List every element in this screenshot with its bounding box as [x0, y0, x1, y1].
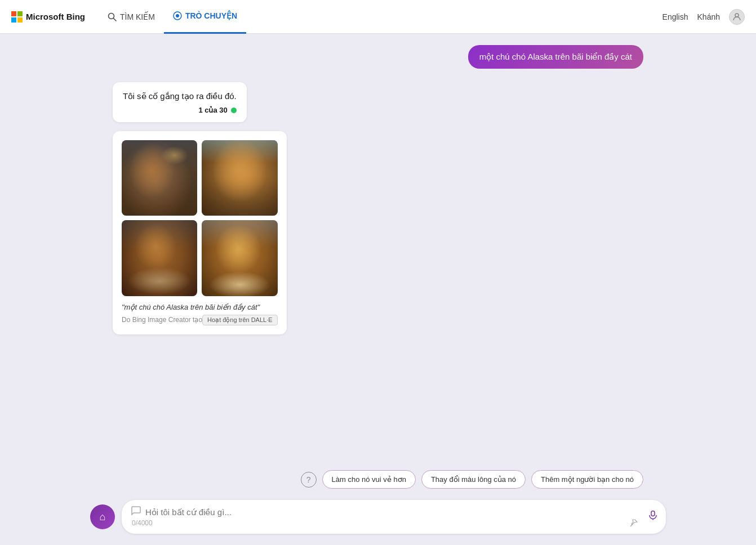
generated-image-1[interactable]: [122, 140, 197, 216]
username[interactable]: Khánh: [697, 12, 720, 21]
nav-chat-label: TRÒ CHUYỆN: [185, 11, 237, 20]
dalle-badge: Hoạt động trên DALL·E: [202, 315, 278, 325]
logo-text: Microsoft Bing: [26, 12, 85, 21]
suggestion-btn-1[interactable]: Làm cho nó vui vẻ hơn: [322, 470, 416, 489]
user-message-text: một chú chó Alaska trên bãi biển đầy cát: [479, 52, 632, 61]
person-icon: [732, 12, 741, 21]
status-dot: [231, 108, 237, 113]
image-footer: Do Bing Image Creator tạo Hoạt động trên…: [122, 315, 278, 325]
help-icon-text: ?: [306, 475, 311, 484]
main-nav: TÌM KIẾM TRÒ CHUYỆN: [99, 0, 662, 34]
help-icon-button[interactable]: ?: [301, 472, 317, 488]
svg-rect-2: [11, 17, 16, 23]
nav-search-label: TÌM KIẾM: [120, 12, 155, 21]
user-message-wrapper: một chú chó Alaska trên bãi biển đầy cát: [113, 45, 643, 69]
main-content: một chú chó Alaska trên bãi biển đầy cát…: [0, 34, 756, 545]
image-grid: [122, 140, 278, 296]
nav-search[interactable]: TÌM KIẾM: [99, 0, 164, 34]
message-icon: [131, 506, 141, 518]
ai-image-message-wrapper: "một chú chó Alaska trên bãi biển đầy cá…: [113, 131, 643, 334]
image-source: Do Bing Image Creator tạo: [122, 316, 202, 324]
suggestion-btn-2-label: Thay đổi màu lông của nó: [431, 475, 516, 484]
chat-icon: [173, 11, 182, 20]
pin-icon[interactable]: [630, 519, 638, 527]
nav-chat[interactable]: TRÒ CHUYỆN: [164, 0, 246, 34]
image-card: "một chú chó Alaska trên bãi biển đầy cá…: [113, 131, 287, 334]
counter-text: 1 của 30: [198, 106, 227, 114]
chat-area: một chú chó Alaska trên bãi biển đầy cát…: [0, 34, 756, 464]
svg-rect-3: [17, 17, 23, 23]
bot-avatar: ⌂: [90, 504, 115, 529]
mic-button[interactable]: [648, 511, 658, 524]
char-counter: 0/4000: [132, 519, 153, 527]
header: Microsoft Bing TÌM KIẾM TRÒ CHUYỆN Engli…: [0, 0, 756, 34]
svg-rect-1: [17, 11, 23, 16]
user-avatar[interactable]: [729, 9, 745, 25]
ms-logo-icon: [11, 11, 23, 23]
suggestions-row: ? Làm cho nó vui vẻ hơn Thay đổi màu lôn…: [0, 464, 756, 494]
suggestion-btn-2[interactable]: Thay đổi màu lông của nó: [421, 470, 526, 489]
svg-rect-0: [11, 11, 16, 16]
svg-rect-10: [651, 511, 655, 516]
suggestion-btn-1-label: Làm cho nó vui vẻ hơn: [332, 475, 406, 484]
input-area: ⌂ 0/4000: [0, 494, 756, 545]
language-selector[interactable]: English: [662, 12, 688, 21]
search-icon: [108, 12, 117, 21]
input-row: ⌂ 0/4000: [90, 500, 666, 534]
logo[interactable]: Microsoft Bing: [11, 11, 85, 23]
input-top: [131, 506, 638, 518]
suggestion-btn-3-label: Thêm một người bạn cho nó: [541, 475, 634, 484]
ai-text-bubble: Tôi sẽ cố gắng tạo ra điều đó. 1 của 30: [113, 82, 247, 122]
ai-response-text: Tôi sẽ cố gắng tạo ra điều đó.: [123, 91, 237, 101]
svg-point-8: [735, 14, 739, 17]
generated-image-4[interactable]: [202, 220, 277, 296]
ai-counter: 1 của 30: [123, 106, 237, 114]
chat-bubble-icon: [131, 506, 141, 516]
ai-text-message-wrapper: Tôi sẽ cố gắng tạo ra điều đó. 1 của 30: [113, 82, 643, 122]
generated-image-3[interactable]: [122, 220, 197, 296]
generated-image-2[interactable]: [202, 140, 277, 216]
input-counter: 0/4000: [131, 519, 638, 528]
image-caption-text: "một chú chó Alaska trên bãi biển đầy cá…: [122, 303, 260, 311]
svg-line-5: [114, 18, 117, 21]
suggestion-btn-3[interactable]: Thêm một người bạn cho nó: [531, 470, 643, 489]
header-right: English Khánh: [662, 9, 745, 25]
microphone-icon: [648, 511, 658, 521]
bot-avatar-icon: ⌂: [100, 511, 106, 523]
chat-input[interactable]: [145, 507, 638, 517]
user-message: một chú chó Alaska trên bãi biển đầy cát: [468, 45, 643, 69]
svg-point-7: [176, 14, 179, 17]
image-caption: "một chú chó Alaska trên bãi biển đầy cá…: [122, 303, 278, 311]
input-box: 0/4000: [122, 500, 666, 534]
